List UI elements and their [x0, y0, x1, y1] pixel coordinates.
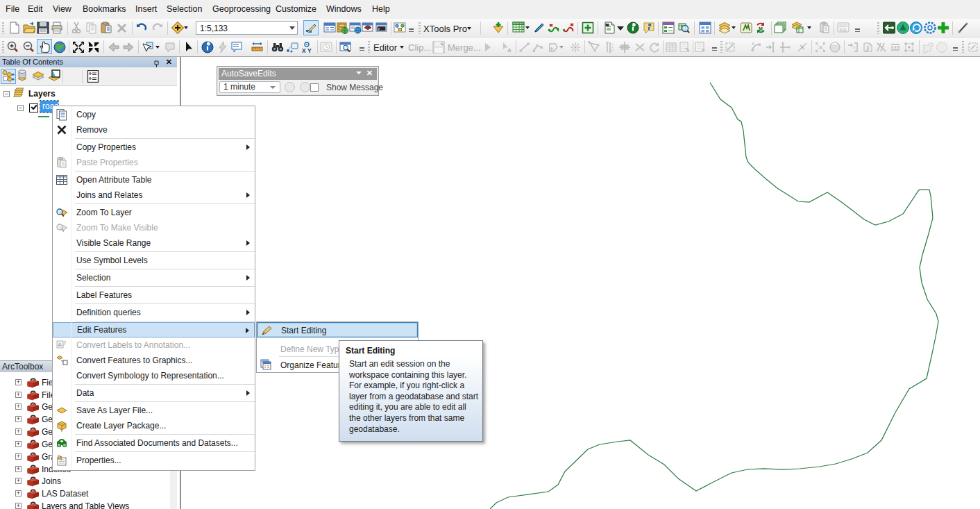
svg-text:X: X	[302, 47, 306, 54]
svg-text:A: A	[58, 342, 62, 348]
svg-text:M: M	[759, 26, 763, 31]
svg-text:SQL: SQL	[839, 28, 847, 32]
svg-text:A: A	[507, 47, 512, 53]
svg-text:Y: Y	[307, 47, 312, 54]
svg-text:T: T	[853, 46, 856, 50]
